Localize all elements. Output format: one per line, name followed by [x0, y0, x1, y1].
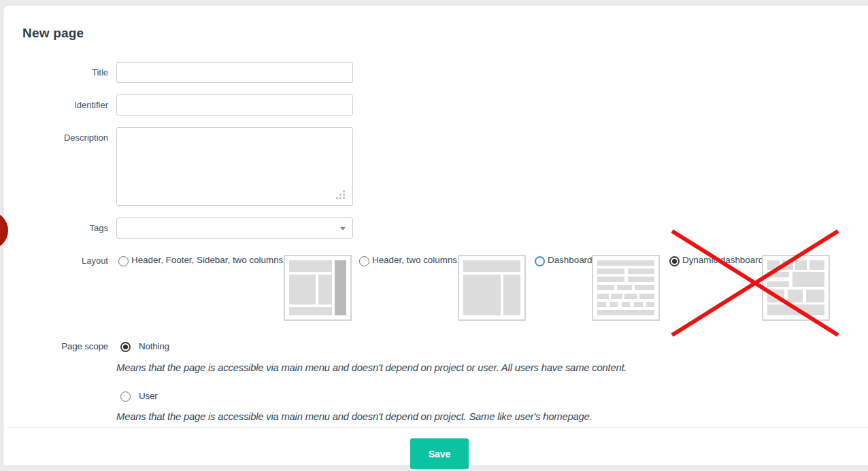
dynamic-dashboard-thumbnail — [762, 255, 830, 321]
tags-select[interactable] — [116, 217, 353, 239]
identifier-label: Identifier — [13, 100, 108, 110]
page-scope-description: Means that the page is accessible via ma… — [116, 362, 695, 373]
chevron-down-icon — [340, 227, 346, 230]
page-scope-label: Page scope — [13, 341, 108, 351]
page-title: New page — [22, 26, 84, 41]
page-scope-radio-user[interactable] — [120, 391, 131, 402]
page-scope-option-label[interactable]: User — [139, 391, 157, 401]
page-scope-description: Means that the page is accessible via ma… — [116, 411, 695, 422]
header-two-columns-thumbnail — [458, 255, 526, 321]
save-button[interactable]: Save — [410, 438, 469, 469]
layout-radio-header-two-columns[interactable] — [359, 256, 369, 266]
tags-label: Tags — [13, 223, 108, 233]
layout-option-label[interactable]: Header, two columns — [372, 255, 457, 265]
new-page-screen: New page Title Identifier Description Ta… — [0, 0, 868, 471]
description-textarea[interactable] — [116, 127, 353, 206]
layout-option-label[interactable]: Header, Footer, Sidebar, two columns — [131, 255, 283, 265]
layout-radio-dashboard[interactable] — [535, 256, 545, 266]
title-label: Title — [13, 67, 108, 77]
layout-label: Layout — [13, 256, 108, 266]
layout-radio-dynamic-dashboard[interactable] — [669, 256, 680, 266]
title-input[interactable] — [116, 62, 353, 83]
identifier-input[interactable] — [116, 94, 353, 116]
dashboard-thumbnail — [592, 255, 660, 321]
header-footer-sidebar-two-columns-thumbnail — [284, 255, 352, 321]
description-label: Description — [13, 133, 108, 143]
layout-option-label[interactable]: Dashboard — [548, 255, 592, 265]
form-footer-divider — [7, 427, 868, 428]
resize-grip-icon[interactable] — [339, 194, 341, 196]
page-scope-radio-nothing[interactable] — [120, 342, 131, 352]
new-page-panel: New page Title Identifier Description Ta… — [3, 5, 868, 466]
layout-option-label[interactable]: Dynamic dashboard — [682, 255, 763, 265]
layout-radio-header-footer-sidebar[interactable] — [118, 256, 129, 266]
page-scope-option-label[interactable]: Nothing — [139, 341, 169, 351]
